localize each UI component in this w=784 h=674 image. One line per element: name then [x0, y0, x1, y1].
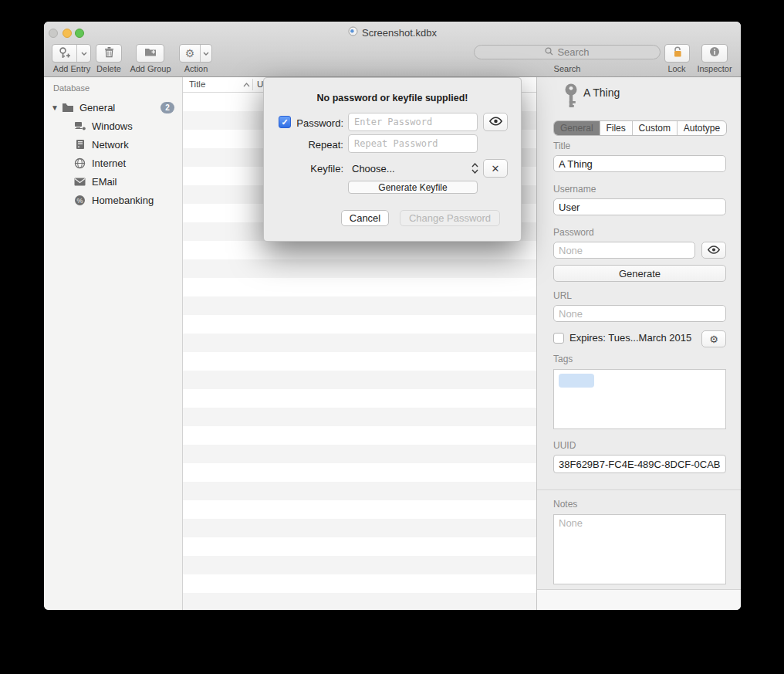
- folder-plus-icon: [144, 46, 157, 60]
- lock-button[interactable]: [664, 44, 690, 63]
- inspector-tabs: General Files Custom Autotype: [553, 120, 727, 136]
- tag-token[interactable]: [559, 374, 594, 388]
- globe-icon: [73, 157, 86, 169]
- key-plus-icon[interactable]: [52, 45, 76, 62]
- change-password-dialog: No password or keyfile supplied! ✓ Passw…: [263, 77, 522, 242]
- sidebar: Database ▼ General 2 Windows Network: [44, 77, 183, 610]
- column-header-title[interactable]: Title: [189, 80, 205, 89]
- repeat-label: Repeat:: [278, 139, 343, 151]
- keyfile-label: Keyfile:: [278, 163, 343, 174]
- title-label: Title: [553, 141, 570, 151]
- add-entry-label: Add Entry: [48, 64, 96, 73]
- url-label: URL: [553, 290, 572, 301]
- sidebar-item-windows[interactable]: Windows: [44, 117, 182, 134]
- close-icon: ✕: [492, 163, 500, 174]
- trash-icon: [104, 46, 114, 61]
- gear-icon: ⚙: [709, 334, 718, 345]
- document-icon: [348, 26, 358, 39]
- eye-icon: [488, 117, 503, 128]
- tags-field[interactable]: [553, 369, 726, 429]
- reveal-password-button[interactable]: [701, 242, 726, 259]
- sidebar-item-label: Homebanking: [92, 195, 154, 206]
- disclosure-triangle-icon[interactable]: ▼: [49, 103, 61, 112]
- expires-checkbox[interactable]: [553, 333, 564, 344]
- clear-keyfile-button[interactable]: ✕: [483, 159, 508, 178]
- title-field[interactable]: [553, 155, 726, 172]
- column-divider[interactable]: [252, 79, 253, 90]
- folder-icon: [61, 103, 74, 113]
- username-label: Username: [553, 184, 596, 195]
- sidebar-section-header: Database: [53, 83, 90, 93]
- inspector-button[interactable]: [701, 44, 728, 63]
- chevron-down-icon[interactable]: [76, 45, 90, 62]
- change-password-button[interactable]: Change Password: [400, 210, 500, 226]
- url-field[interactable]: [553, 305, 726, 322]
- notes-label: Notes: [553, 499, 577, 510]
- tab-files[interactable]: Files: [600, 121, 632, 135]
- tab-autotype[interactable]: Autotype: [677, 121, 726, 135]
- stepper-icon[interactable]: [470, 161, 479, 176]
- delete-button[interactable]: [96, 44, 122, 63]
- window-title: Screenshot.kdbx: [44, 26, 741, 39]
- chevron-down-icon: [200, 45, 211, 62]
- tags-label: Tags: [553, 354, 573, 364]
- reveal-password-button[interactable]: [483, 113, 508, 131]
- generate-password-button[interactable]: Generate: [553, 265, 726, 282]
- sidebar-item-email[interactable]: EMail: [44, 173, 182, 190]
- generate-keyfile-button[interactable]: Generate Keyfile: [348, 181, 478, 194]
- lock-label: Lock: [661, 64, 692, 73]
- username-field[interactable]: [553, 198, 726, 215]
- uuid-label: UUID: [553, 440, 576, 451]
- delete-label: Delete: [93, 64, 124, 73]
- password-label: Password: [553, 227, 594, 238]
- info-circle-icon: [709, 46, 720, 60]
- password-field[interactable]: [553, 242, 695, 259]
- expires-label: Expires: Tues...March 2015: [569, 332, 691, 344]
- percent-circle-icon: %: [73, 195, 86, 206]
- tab-custom[interactable]: Custom: [632, 121, 677, 135]
- keyfile-popup[interactable]: Choose...: [352, 163, 395, 174]
- search-placeholder: Search: [557, 46, 589, 58]
- divider: [537, 489, 741, 490]
- sidebar-item-general[interactable]: ▼ General 2: [44, 99, 182, 116]
- sidebar-item-label: EMail: [92, 176, 117, 188]
- eye-icon: [707, 245, 721, 256]
- inspector-footer: [537, 589, 741, 610]
- key-icon: [563, 83, 579, 112]
- sidebar-item-homebanking[interactable]: % Homebanking: [44, 191, 182, 208]
- add-group-button[interactable]: [136, 44, 164, 63]
- search-icon: [545, 46, 553, 58]
- search-label: Search: [544, 64, 590, 73]
- add-group-label: Add Group: [127, 64, 174, 73]
- sidebar-item-label: Network: [92, 139, 129, 151]
- computer-network-icon: [73, 121, 86, 131]
- sidebar-item-internet[interactable]: Internet: [44, 154, 182, 171]
- tab-general[interactable]: General: [554, 121, 600, 135]
- enter-password-input[interactable]: [348, 113, 478, 131]
- server-icon: [73, 139, 86, 150]
- expires-settings-button[interactable]: ⚙: [701, 330, 726, 347]
- password-label: Password:: [278, 117, 343, 129]
- count-badge: 2: [161, 102, 174, 113]
- svg-text:%: %: [76, 196, 83, 204]
- uuid-field[interactable]: [553, 455, 726, 473]
- inspector-label: Inspector: [691, 64, 738, 73]
- titlebar-toolbar: Screenshot.kdbx Add Entry Delete Add: [44, 22, 741, 77]
- cancel-button[interactable]: Cancel: [341, 210, 389, 226]
- action-label: Action: [180, 64, 212, 73]
- sidebar-item-label: Windows: [92, 120, 133, 132]
- action-button[interactable]: ⚙: [179, 44, 212, 63]
- add-entry-button[interactable]: [52, 44, 91, 63]
- envelope-icon: [73, 178, 86, 186]
- inspector-panel: A Thing General Files Custom Autotype Ti…: [536, 77, 741, 610]
- repeat-password-input[interactable]: [348, 134, 478, 153]
- sidebar-item-network[interactable]: Network: [44, 136, 182, 153]
- sidebar-item-label: General: [79, 102, 115, 113]
- lock-open-icon: [672, 46, 683, 61]
- dialog-message: No password or keyfile supplied!: [264, 93, 521, 103]
- gear-icon: ⚙: [180, 45, 200, 62]
- sidebar-item-label: Internet: [92, 157, 126, 169]
- search-input[interactable]: Search: [474, 45, 661, 59]
- sort-ascending-icon: [243, 80, 250, 89]
- notes-field[interactable]: None: [553, 514, 726, 584]
